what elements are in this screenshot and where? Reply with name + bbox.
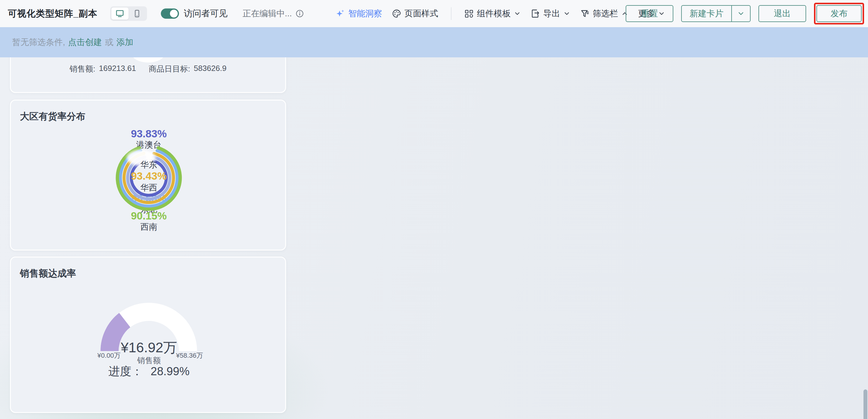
top-toolbar: 可视化类型矩阵_副本 访问者可见 bbox=[0, 0, 868, 27]
smartphone-icon bbox=[132, 9, 142, 18]
filter-or-text: 或 bbox=[105, 36, 114, 48]
kpi-sales: 销售额: 169213.61 bbox=[70, 64, 136, 74]
visitor-visible-label: 访问者可见 bbox=[184, 7, 227, 20]
ring-label-bottom-value: 90.15% bbox=[131, 210, 167, 221]
device-preview-switcher bbox=[110, 6, 147, 21]
reset-button[interactable]: 重置 bbox=[626, 5, 673, 22]
vertical-scrollbar-thumb[interactable] bbox=[864, 389, 867, 419]
filter-add-link[interactable]: 添加 bbox=[117, 36, 133, 48]
toolbar-right-group: 重置 新建卡片 退出 发布 bbox=[626, 0, 864, 27]
page-style-label: 页面样式 bbox=[404, 8, 438, 19]
desktop-view-button[interactable] bbox=[112, 7, 129, 20]
export-icon bbox=[531, 9, 540, 19]
gauge-progress-label: 进度： bbox=[108, 365, 143, 378]
filter-create-link[interactable]: 点击创建 bbox=[68, 36, 102, 48]
editing-status: 正在编辑中... bbox=[243, 8, 304, 19]
cutoff-gauge-sliver bbox=[132, 57, 165, 62]
ring-label-center-name1: 华东 bbox=[140, 160, 157, 169]
kpi-metrics-row: 销售额: 169213.61 商品日目标: 583626.9 bbox=[11, 64, 285, 74]
filter-bar-label: 筛选栏 bbox=[593, 8, 618, 19]
component-grid-icon bbox=[464, 9, 474, 19]
kpi-target: 商品日目标: 583626.9 bbox=[149, 64, 227, 74]
info-icon[interactable] bbox=[296, 9, 304, 18]
monitor-icon bbox=[115, 9, 124, 18]
visitor-visibility-group: 访问者可见 bbox=[161, 7, 227, 20]
toolbar-center-group: 智能洞察 页面样式 组件模板 bbox=[336, 0, 665, 27]
ring-label-top-value: 93.83% bbox=[131, 128, 167, 140]
smart-insight-button[interactable]: 智能洞察 bbox=[336, 8, 382, 19]
gauge-progress-line: 进度：28.99% bbox=[11, 364, 287, 379]
kpi-sales-label: 销售额: bbox=[70, 64, 95, 74]
funnel-icon bbox=[580, 9, 590, 19]
region-availability-card[interactable]: 大区有货率分布 港澳台 90.53% 东北 bbox=[10, 100, 286, 250]
filter-empty-text: 暂无筛选条件, bbox=[12, 36, 65, 48]
kpi-target-value: 583626.9 bbox=[194, 64, 226, 74]
page-style-button[interactable]: 页面样式 bbox=[392, 8, 438, 19]
ring-label-bottom-name: 西南 bbox=[140, 222, 157, 232]
gauge-max-label: ¥58.36万 bbox=[168, 351, 211, 360]
chevron-down-icon bbox=[514, 10, 521, 17]
export-button[interactable]: 导出 bbox=[531, 8, 570, 19]
gauge-card-title: 销售额达成率 bbox=[20, 267, 76, 280]
dashboard-editor-screen: 可视化类型矩阵_副本 访问者可见 bbox=[0, 0, 868, 419]
red-annotation-highlight: 发布 bbox=[814, 3, 864, 25]
exit-button[interactable]: 退出 bbox=[758, 5, 806, 22]
palette-icon bbox=[392, 9, 401, 19]
visitor-visible-toggle[interactable] bbox=[161, 8, 179, 19]
sales-achievement-card[interactable]: 销售额达成率 ¥16.92万 销售额 ¥0.00万 ¥58.36万 进度：28.… bbox=[10, 257, 286, 413]
toolbar-left-group: 可视化类型矩阵_副本 访问者可见 bbox=[8, 0, 304, 27]
ring-label-center-name2: 华西 bbox=[140, 183, 157, 192]
filter-condition-bar: 暂无筛选条件, 点击创建 或 添加 bbox=[0, 27, 868, 57]
smart-insight-label: 智能洞察 bbox=[348, 8, 382, 19]
kpi-sales-value: 169213.61 bbox=[99, 64, 136, 74]
component-template-label: 组件模板 bbox=[477, 8, 511, 19]
editing-status-text: 正在编辑中... bbox=[243, 8, 292, 19]
toolbar-divider bbox=[451, 7, 452, 20]
mobile-view-button[interactable] bbox=[129, 7, 146, 20]
gauge-center-value: ¥16.92万 bbox=[11, 338, 287, 357]
chevron-down-icon bbox=[563, 10, 570, 17]
filter-bar-toggle-button[interactable]: 筛选栏 bbox=[580, 8, 628, 19]
page-title: 可视化类型矩阵_副本 bbox=[8, 7, 97, 20]
new-card-dropdown-button[interactable] bbox=[731, 6, 750, 22]
radial-bar-chart: 港澳台 90.53% 东北 93.83% 华东 93.43% 华西 bbox=[11, 100, 287, 251]
canvas-area: 销售额: 169213.61 商品日目标: 583626.9 大区有货率分布 bbox=[0, 57, 868, 419]
kpi-target-label: 商品日目标: bbox=[149, 64, 190, 74]
component-template-button[interactable]: 组件模板 bbox=[464, 8, 521, 19]
toggle-knob bbox=[170, 10, 178, 18]
new-card-split-button: 新建卡片 bbox=[681, 5, 751, 22]
export-label: 导出 bbox=[543, 8, 560, 19]
gauge-progress-value: 28.99% bbox=[151, 365, 189, 378]
new-card-button[interactable]: 新建卡片 bbox=[682, 6, 731, 22]
kpi-card[interactable]: 销售额: 169213.61 商品日目标: 583626.9 bbox=[10, 57, 286, 93]
ring-label-center-value: 93.43% bbox=[131, 170, 167, 182]
publish-button[interactable]: 发布 bbox=[816, 5, 862, 22]
gauge-min-label: ¥0.00万 bbox=[88, 351, 130, 360]
sparkle-icon bbox=[336, 9, 345, 19]
